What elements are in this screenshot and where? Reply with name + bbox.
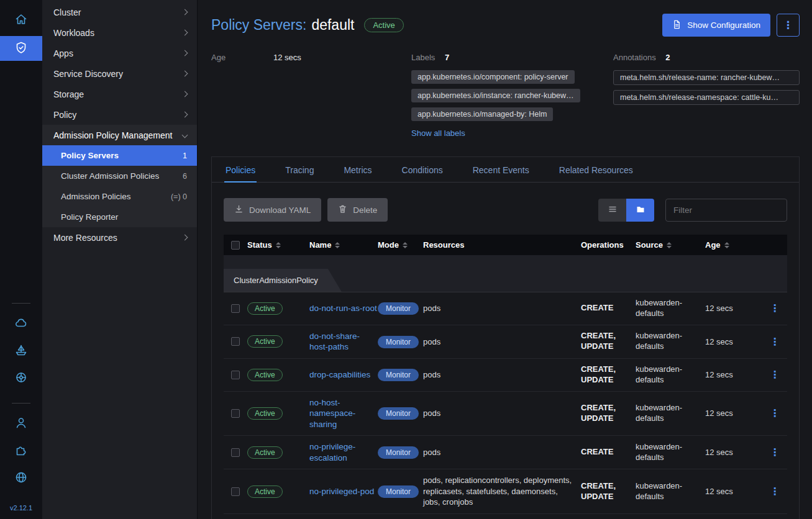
sidebar-item-workloads[interactable]: Workloads bbox=[42, 22, 197, 43]
sidebar-item-more-resources[interactable]: More Resources bbox=[42, 227, 197, 248]
local-cluster-button[interactable] bbox=[7, 367, 35, 389]
row-actions-kebab[interactable]: ⋮ bbox=[765, 303, 785, 314]
annotation-chip-list: meta.helm.sh/release-name: rancher-kubew… bbox=[613, 70, 800, 105]
sidebar-item-admission-policies[interactable]: Admission Policies (=) 0 bbox=[42, 186, 197, 207]
tab-conditions[interactable]: Conditions bbox=[401, 157, 444, 183]
tab-label: Conditions bbox=[402, 165, 443, 175]
chevron-right-icon bbox=[182, 91, 188, 97]
user-button[interactable] bbox=[7, 412, 35, 435]
chevron-right-icon bbox=[182, 71, 188, 77]
download-yaml-button[interactable]: Download YAML bbox=[224, 198, 321, 222]
policy-name-link[interactable]: no-host-namespace-sharing bbox=[309, 398, 355, 429]
operations-cell: CREATE, UPDATE bbox=[581, 364, 636, 386]
kubewarden-icon bbox=[14, 41, 28, 56]
column-header-status[interactable]: Status bbox=[247, 240, 309, 250]
cloud-cluster-button[interactable] bbox=[7, 312, 35, 335]
policy-name-link[interactable]: no-privilege-escalation bbox=[309, 442, 355, 463]
sidebar-item-apps[interactable]: Apps bbox=[42, 43, 197, 63]
row-checkbox[interactable] bbox=[231, 409, 240, 418]
page-title-prefix: Policy Servers: bbox=[211, 17, 306, 33]
delete-button[interactable]: Delete bbox=[327, 198, 388, 222]
download-yaml-label: Download YAML bbox=[249, 205, 311, 215]
puzzle-icon bbox=[14, 443, 28, 459]
sidebar-item-label: Workloads bbox=[53, 28, 94, 38]
sidebar-item-label: Policy Reporter bbox=[61, 212, 118, 222]
row-checkbox[interactable] bbox=[231, 448, 240, 457]
tab-tracing[interactable]: Tracing bbox=[284, 157, 315, 183]
list-view-button[interactable] bbox=[598, 199, 626, 222]
page-title: Policy Servers:default bbox=[211, 17, 354, 34]
tab-metrics[interactable]: Metrics bbox=[342, 157, 373, 183]
group-view-button[interactable] bbox=[626, 199, 654, 222]
column-header-name[interactable]: Name bbox=[309, 240, 378, 250]
sidebar-item-count: 6 bbox=[183, 172, 187, 181]
download-icon bbox=[234, 204, 244, 215]
row-actions-kebab[interactable]: ⋮ bbox=[765, 336, 785, 347]
row-status-badge: Active bbox=[247, 446, 283, 459]
sidebar-item-label: Admission Policies bbox=[61, 192, 131, 201]
trash-icon bbox=[338, 204, 347, 215]
tab-label: Recent Events bbox=[473, 165, 529, 175]
mode-badge: Monitor bbox=[378, 407, 419, 420]
globe-button[interactable] bbox=[7, 467, 35, 489]
column-header-age[interactable]: Age bbox=[705, 240, 762, 250]
chevron-down-icon bbox=[182, 132, 188, 138]
row-checkbox[interactable] bbox=[231, 487, 240, 496]
sidebar-group-header[interactable]: Admission Policy Management bbox=[42, 125, 197, 145]
operations-cell: CREATE bbox=[581, 303, 636, 314]
row-actions-kebab[interactable]: ⋮ bbox=[765, 408, 785, 418]
table-row: Active no-privileged-pod Monitor pods, r… bbox=[224, 469, 787, 514]
policy-name-link[interactable]: do-not-share-host-paths bbox=[309, 332, 360, 352]
sort-icon bbox=[667, 242, 672, 248]
sidebar-item-policy-reporter[interactable]: Policy Reporter bbox=[42, 207, 197, 227]
fleet-button[interactable] bbox=[7, 340, 35, 362]
row-actions-kebab[interactable]: ⋮ bbox=[765, 447, 785, 458]
show-configuration-button[interactable]: Show Configuration bbox=[662, 14, 770, 37]
sidebar-item-storage[interactable]: Storage bbox=[42, 84, 197, 104]
tab-recent-events[interactable]: Recent Events bbox=[472, 157, 531, 183]
globe-icon bbox=[14, 471, 28, 486]
column-header-mode[interactable]: Mode bbox=[378, 240, 423, 250]
annotation-chip: meta.helm.sh/release-name: rancher-kubew… bbox=[613, 70, 800, 85]
kubewarden-app-button[interactable] bbox=[0, 36, 42, 61]
group-row: ClusterAdmissionPolicy bbox=[224, 255, 787, 292]
policy-name-link[interactable]: drop-capabilities bbox=[309, 370, 370, 379]
sidebar-item-policy-servers[interactable]: Policy Servers 1 bbox=[42, 145, 197, 166]
age-cell: 12 secs bbox=[705, 337, 762, 346]
sidebar-item-cluster-admission-policies[interactable]: Cluster Admission Policies 6 bbox=[42, 166, 197, 186]
ship-icon bbox=[14, 343, 28, 359]
row-checkbox[interactable] bbox=[231, 304, 240, 313]
sidebar-item-label: Apps bbox=[53, 48, 73, 58]
resources-cell: pods bbox=[423, 336, 581, 348]
sidebar-item-service-discovery[interactable]: Service Discovery bbox=[42, 63, 197, 84]
home-icon bbox=[14, 12, 28, 28]
home-button[interactable] bbox=[7, 9, 35, 31]
tab-related-resources[interactable]: Related Resources bbox=[558, 157, 634, 183]
filter-input[interactable] bbox=[665, 199, 787, 222]
row-checkbox[interactable] bbox=[231, 337, 240, 346]
resources-cell: pods bbox=[423, 408, 581, 419]
operations-cell: CREATE, UPDATE bbox=[581, 481, 636, 502]
policy-name-link[interactable]: do-not-run-as-root bbox=[309, 304, 377, 313]
main-content: Policy Servers:default Active Show Confi… bbox=[198, 0, 812, 519]
select-all-checkbox[interactable] bbox=[231, 241, 240, 250]
sidebar-item-label: Cluster bbox=[53, 7, 81, 17]
sidebar-item-policy[interactable]: Policy bbox=[42, 104, 197, 125]
helm-wheel-icon bbox=[14, 371, 28, 386]
tab-label: Tracing bbox=[285, 165, 314, 175]
policy-name-link[interactable]: no-privileged-pod bbox=[309, 487, 374, 496]
age-cell: 12 secs bbox=[705, 448, 762, 457]
table-toolbar: Download YAML Delete bbox=[224, 183, 787, 235]
labels-count: 7 bbox=[445, 53, 449, 62]
sidebar-item-label: Service Discovery bbox=[53, 69, 123, 79]
sidebar-item-label: Policy bbox=[53, 110, 76, 120]
row-actions-kebab[interactable]: ⋮ bbox=[765, 369, 785, 380]
row-checkbox[interactable] bbox=[231, 371, 240, 379]
row-actions-kebab[interactable]: ⋮ bbox=[765, 486, 785, 497]
show-all-labels-link[interactable]: Show all labels bbox=[411, 129, 465, 138]
header-actions-kebab-button[interactable]: ⋮ bbox=[777, 14, 800, 37]
tab-policies[interactable]: Policies bbox=[224, 157, 257, 183]
sidebar-item-cluster[interactable]: Cluster bbox=[42, 2, 197, 22]
extensions-button[interactable] bbox=[7, 440, 35, 462]
column-header-source[interactable]: Source bbox=[636, 240, 705, 250]
